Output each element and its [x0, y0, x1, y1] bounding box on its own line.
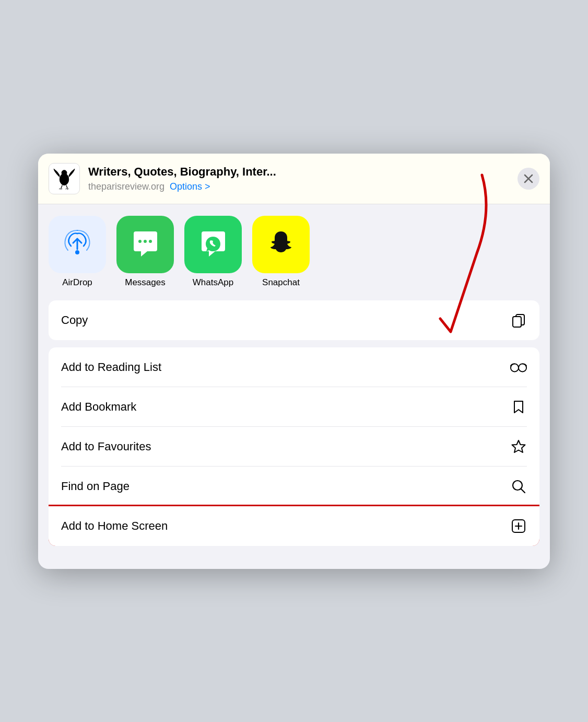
svg-point-6: [144, 240, 147, 243]
airdrop-icon-bg: [49, 216, 106, 273]
section-actions: Add to Reading List Add Bookmark: [49, 347, 539, 546]
add-bookmark-label: Add Bookmark: [61, 400, 136, 414]
share-snapchat[interactable]: Snapchat: [252, 216, 310, 288]
find-on-page-label: Find on Page: [61, 480, 130, 493]
svg-point-4: [75, 250, 79, 254]
messages-icon-bg: [116, 216, 174, 273]
share-messages[interactable]: Messages: [116, 216, 174, 288]
svg-line-3: [66, 185, 68, 188]
share-row: AirDrop Messages WhatsApp: [38, 204, 550, 293]
svg-point-7: [149, 240, 152, 243]
star-icon: [510, 438, 527, 455]
svg-rect-9: [513, 317, 521, 327]
url-row: theparisreview.org Options >: [88, 181, 509, 192]
whatsapp-label: WhatsApp: [193, 277, 233, 288]
add-favourites-label: Add to Favourites: [61, 440, 151, 453]
svg-line-2: [61, 185, 63, 188]
airdrop-label: AirDrop: [62, 277, 92, 288]
add-reading-list-label: Add to Reading List: [61, 360, 161, 374]
add-reading-list-row[interactable]: Add to Reading List: [49, 347, 539, 387]
add-square-icon: [510, 518, 527, 534]
snapchat-label: Snapchat: [262, 277, 300, 288]
share-whatsapp[interactable]: WhatsApp: [184, 216, 242, 288]
whatsapp-icon-bg: [184, 216, 242, 273]
site-favicon: [49, 163, 80, 194]
header-text: Writers, Quotes, Biography, Inter... the…: [88, 165, 509, 193]
add-home-screen-label: Add to Home Screen: [61, 519, 168, 533]
add-home-screen-row[interactable]: Add to Home Screen: [49, 506, 539, 546]
find-on-page-row[interactable]: Find on Page: [49, 467, 539, 506]
messages-label: Messages: [125, 277, 165, 288]
share-sheet: Writers, Quotes, Biography, Inter... the…: [38, 154, 550, 569]
copy-icon: [510, 312, 527, 329]
close-button[interactable]: [518, 168, 539, 190]
search-icon: [510, 478, 527, 495]
copy-label: Copy: [61, 313, 88, 327]
section-copy: Copy: [49, 300, 539, 340]
add-favourites-row[interactable]: Add to Favourites: [49, 427, 539, 467]
glasses-icon: [510, 359, 527, 376]
book-icon: [510, 399, 527, 415]
add-bookmark-row[interactable]: Add Bookmark: [49, 387, 539, 427]
snapchat-icon-bg: [252, 216, 310, 273]
copy-row[interactable]: Copy: [49, 300, 539, 340]
svg-point-5: [138, 240, 142, 243]
site-url: theparisreview.org: [88, 181, 164, 192]
svg-point-1: [62, 170, 67, 175]
options-button[interactable]: Options >: [170, 181, 210, 192]
share-airdrop[interactable]: AirDrop: [49, 216, 106, 288]
header: Writers, Quotes, Biography, Inter... the…: [38, 154, 550, 204]
section2-wrapper: Add to Reading List Add Bookmark: [38, 347, 550, 546]
page-title: Writers, Quotes, Biography, Inter...: [88, 165, 509, 180]
